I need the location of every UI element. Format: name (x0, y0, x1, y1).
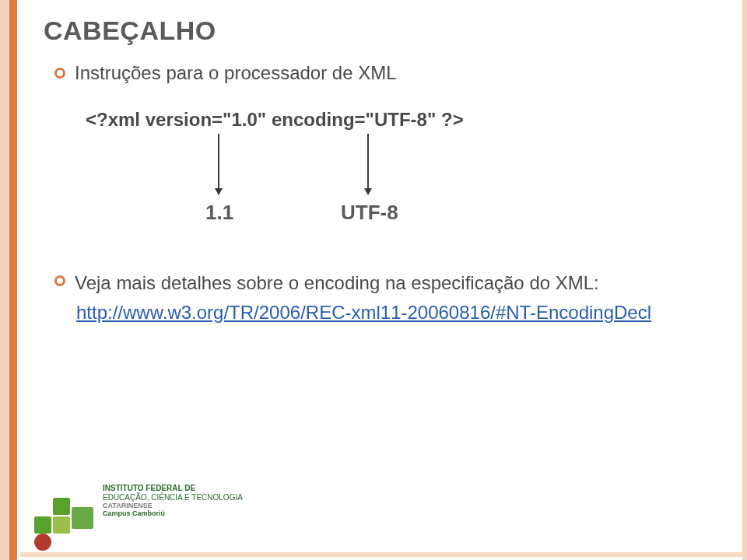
label-version: 1.1 (205, 201, 233, 225)
bullet-details-row: Veja mais detalhes sobre o encoding na e… (54, 271, 693, 296)
right-decorative-edge (742, 0, 747, 560)
bullet-details-text: Veja mais detalhes sobre o encoding na e… (75, 271, 599, 296)
bullet-intro-text: Instruções para o processador de XML (75, 62, 397, 84)
bottom-decorative-bar (20, 552, 742, 557)
slide-title: CABEÇALHO (44, 16, 216, 46)
bar-inner (9, 0, 17, 560)
bullet-ring-icon (54, 68, 65, 79)
institution-logo: INSTITUTO FEDERAL DE EDUCAÇÃO, CIÊNCIA E… (34, 484, 243, 544)
logo-line1: INSTITUTO FEDERAL DE (103, 484, 243, 493)
bullet-ring-icon (54, 275, 65, 286)
xml-declaration-code: <?xml version="1.0" encoding="UTF-8" ?> (86, 109, 464, 131)
label-encoding: UTF-8 (341, 201, 398, 225)
spec-link-row: http://www.w3.org/TR/2006/REC-xml11-2006… (76, 302, 651, 324)
logo-line2: EDUCAÇÃO, CIÊNCIA E TECNOLOGIA (103, 493, 243, 502)
arrow-version (218, 134, 219, 194)
left-decorative-bars (0, 0, 20, 560)
logo-text-block: INSTITUTO FEDERAL DE EDUCAÇÃO, CIÊNCIA E… (103, 484, 243, 518)
logo-line4: Campus Camboriú (103, 509, 243, 517)
spec-link[interactable]: http://www.w3.org/TR/2006/REC-xml11-2006… (76, 302, 651, 323)
bullet-intro-row: Instruções para o processador de XML (54, 62, 397, 84)
arrow-encoding (367, 134, 369, 194)
logo-mark-icon (34, 484, 95, 544)
bar-outer (0, 0, 9, 560)
logo-line3: CATARINENSE (103, 502, 243, 509)
